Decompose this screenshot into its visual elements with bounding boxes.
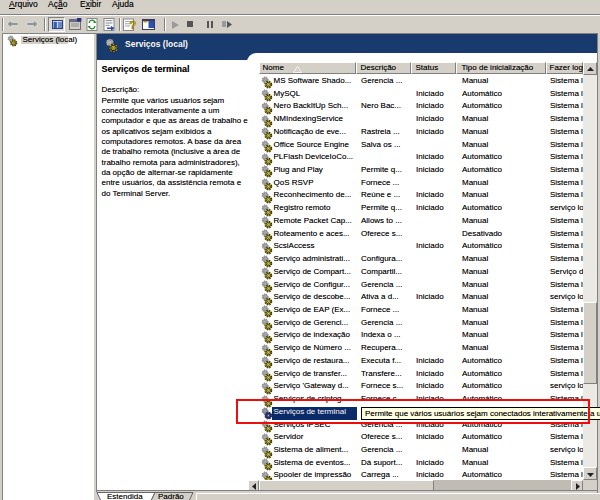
svg-text:?: ? — [129, 19, 136, 31]
